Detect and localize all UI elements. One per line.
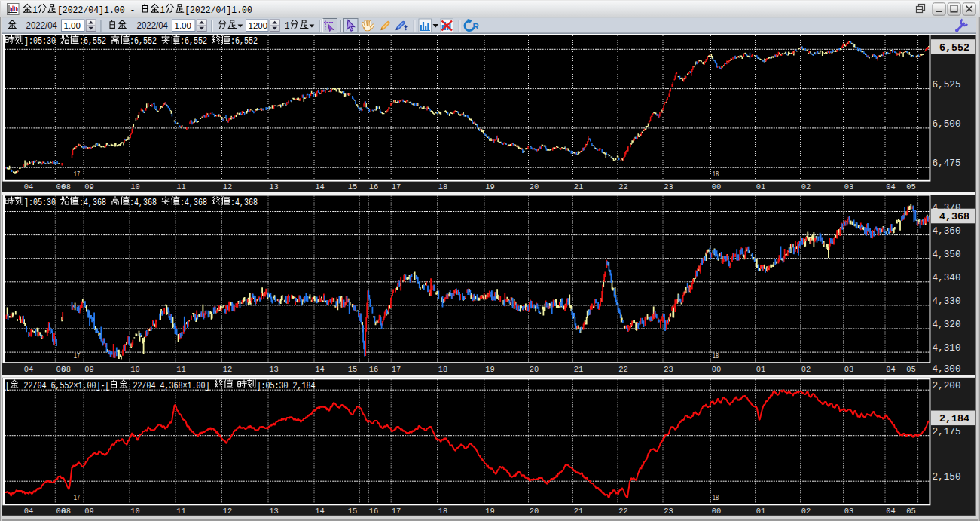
svg-text:16: 16 [369, 182, 379, 192]
svg-text:12: 12 [223, 365, 233, 374]
svg-text:4,310: 4,310 [933, 343, 961, 354]
svg-text:10: 10 [130, 507, 140, 516]
svg-text:[: [ [5, 381, 10, 391]
svg-text:1: 1 [160, 5, 165, 16]
svg-text:18: 18 [713, 170, 719, 179]
svg-text:1200: 1200 [249, 21, 268, 30]
svg-text:01: 01 [756, 365, 766, 374]
svg-text:00: 00 [712, 182, 722, 192]
svg-text:02: 02 [801, 182, 811, 192]
svg-text:2,150: 2,150 [933, 472, 961, 483]
svg-text::6,552: :6,552 [130, 36, 157, 47]
svg-text:02: 02 [801, 507, 811, 516]
svg-text:22/04: 22/04 [133, 381, 156, 391]
svg-text:19: 19 [485, 365, 495, 374]
svg-text:11: 11 [176, 365, 186, 374]
svg-text:4,368: 4,368 [939, 212, 969, 222]
svg-text:17: 17 [392, 365, 401, 374]
svg-text:03: 03 [844, 507, 854, 516]
svg-text:14: 14 [315, 507, 325, 516]
svg-text:13: 13 [269, 365, 279, 374]
svg-text:11: 11 [176, 507, 186, 516]
svg-text:2022/04: 2022/04 [137, 20, 169, 31]
svg-text:1: 1 [32, 5, 38, 16]
svg-text:17: 17 [74, 494, 81, 502]
svg-text:21: 21 [574, 507, 584, 516]
svg-text:11: 11 [176, 182, 186, 192]
svg-text:10: 10 [130, 182, 140, 192]
svg-text::6,552: :6,552 [230, 36, 258, 47]
svg-text:13: 13 [269, 507, 279, 516]
svg-text:[2022/04]1.00: [2022/04]1.00 [185, 5, 252, 16]
svg-text:15: 15 [348, 182, 358, 192]
svg-text:16: 16 [369, 365, 379, 374]
svg-text:2,175: 2,175 [933, 427, 961, 437]
svg-text:08: 08 [62, 365, 72, 374]
svg-text:1.00: 1.00 [64, 21, 81, 30]
svg-text:17: 17 [74, 352, 81, 360]
svg-text:6,500: 6,500 [933, 119, 961, 130]
svg-text:22: 22 [618, 365, 628, 374]
svg-text:4,340: 4,340 [933, 273, 961, 283]
svg-text:4,360: 4,360 [933, 226, 961, 237]
svg-text:2,184: 2,184 [939, 414, 970, 424]
svg-text:R: R [473, 22, 480, 31]
svg-text:23: 23 [664, 507, 673, 516]
svg-text:2,184: 2,184 [293, 381, 316, 391]
svg-text:04: 04 [886, 507, 896, 516]
svg-text:22: 22 [618, 182, 628, 192]
svg-text:6,552: 6,552 [939, 43, 969, 54]
svg-text:6,552×1.00]-[: 6,552×1.00]-[ [51, 381, 110, 391]
svg-text:04: 04 [886, 182, 896, 192]
svg-text:19: 19 [485, 182, 495, 192]
svg-text:2022/04: 2022/04 [26, 20, 58, 31]
svg-text:4,320: 4,320 [933, 320, 961, 330]
svg-text:09: 09 [84, 365, 94, 374]
svg-text:20: 20 [530, 507, 539, 516]
svg-text:00: 00 [712, 507, 722, 516]
svg-text:05: 05 [906, 182, 916, 192]
svg-text:03: 03 [844, 365, 854, 374]
svg-text::4,368: :4,368 [79, 198, 106, 208]
svg-text:6,525: 6,525 [933, 80, 961, 90]
svg-text:]:05:30: ]:05:30 [24, 198, 56, 208]
svg-text::6,552: :6,552 [79, 36, 106, 47]
svg-text:04: 04 [24, 182, 34, 192]
svg-text:01: 01 [756, 507, 766, 516]
svg-text:23: 23 [664, 182, 673, 192]
svg-text:12: 12 [223, 182, 233, 192]
svg-text:21: 21 [574, 182, 584, 192]
svg-text:6,475: 6,475 [933, 158, 961, 169]
svg-text:14: 14 [315, 365, 325, 374]
svg-text:[2022/04]1.00: [2022/04]1.00 [57, 5, 125, 16]
svg-text:4,330: 4,330 [933, 296, 961, 307]
svg-text:22/04: 22/04 [24, 381, 47, 391]
svg-text:-: - [130, 5, 136, 16]
svg-text:00: 00 [712, 365, 722, 374]
svg-text:18: 18 [438, 507, 448, 516]
svg-text:4,350: 4,350 [933, 250, 961, 260]
svg-text:10: 10 [130, 365, 140, 374]
svg-text:15: 15 [348, 365, 358, 374]
svg-text:09: 09 [84, 507, 94, 516]
svg-text:4,300: 4,300 [933, 364, 961, 375]
svg-text:05: 05 [906, 365, 916, 374]
svg-text:23: 23 [664, 365, 673, 374]
svg-text:2,200: 2,200 [933, 381, 961, 391]
svg-text:18: 18 [438, 182, 448, 192]
svg-text:1: 1 [285, 21, 289, 32]
svg-text::4,368: :4,368 [230, 198, 258, 208]
svg-text:20: 20 [530, 365, 539, 374]
svg-text:04: 04 [24, 365, 34, 374]
svg-text:16: 16 [369, 507, 379, 516]
svg-text:04: 04 [24, 507, 34, 516]
svg-text:]:05:30: ]:05:30 [24, 36, 56, 47]
svg-text:08: 08 [62, 507, 72, 516]
svg-text:04: 04 [886, 365, 896, 374]
svg-text:22: 22 [618, 507, 628, 516]
svg-text:05: 05 [906, 507, 916, 516]
svg-text:03: 03 [844, 182, 854, 192]
svg-text:17: 17 [74, 170, 81, 179]
svg-text:1.00: 1.00 [175, 21, 191, 30]
svg-text:01: 01 [756, 182, 766, 192]
